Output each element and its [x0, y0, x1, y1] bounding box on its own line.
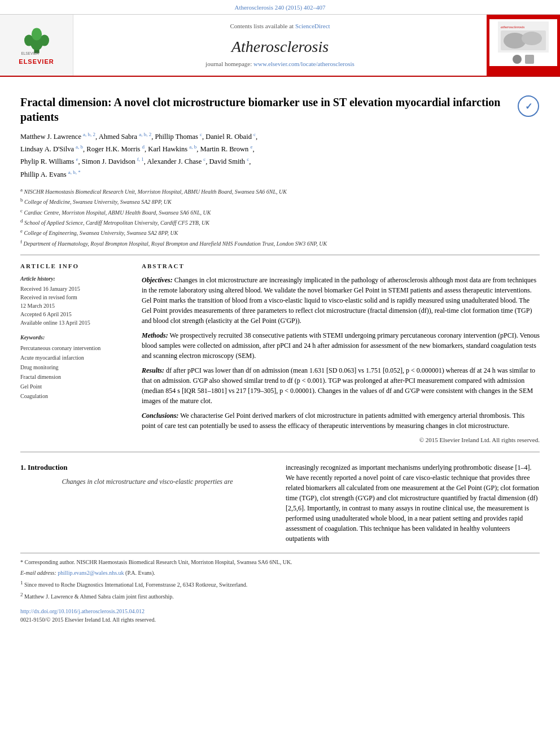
intro-two-col: 1. Introduction Changes in clot microstr…	[20, 462, 540, 544]
issn-line: 0021-9150/© 2015 Elsevier Ireland Ltd. A…	[20, 615, 540, 624]
footnotes: * Corresponding author. NISCHR Haemostas…	[20, 553, 540, 624]
methods-para: Methods: We prospectively recruited 38 c…	[142, 330, 540, 361]
abstract-heading: Abstract	[142, 262, 540, 270]
copyright-text: © 2015 Elsevier Ireland Ltd. All rights …	[142, 435, 540, 445]
article-history: Article history: Received 16 January 201…	[20, 275, 130, 327]
abstract-text: Objectives: Changes in clot microstructu…	[142, 275, 540, 445]
journal-center: Contents lists available at ScienceDirec…	[73, 15, 487, 76]
elsevier-logo: ELSEVIER ELSEVIER	[17, 25, 56, 66]
author-4: Daniel R. Obaid c,	[205, 133, 257, 141]
methods-text: We prospectively recruited 38 consecutiv…	[142, 331, 540, 360]
affiliation-b: b College of Medicine, Swansea Universit…	[20, 196, 540, 206]
received-date: Received 16 January 2015	[20, 285, 130, 293]
article-info-abstract: Article info Article history: Received 1…	[20, 262, 540, 445]
conclusions-text: We characterise Gel Point derived marker…	[142, 412, 524, 430]
athero-logo-image: atherosclerosis	[498, 21, 549, 53]
affiliation-d: d School of Applied Science, Cardiff Met…	[20, 217, 540, 227]
elsevier-text: ELSEVIER	[19, 58, 54, 66]
elsevier-tree-icon: ELSEVIER	[17, 25, 56, 56]
crossmark-icon: ✓	[517, 95, 540, 117]
available-date: Available online 13 April 2015	[20, 318, 130, 327]
sciencedirect-prefix: Contents lists available at	[230, 23, 295, 29]
affiliation-c: c Cardiac Centre, Morriston Hospital, AB…	[20, 207, 540, 217]
homepage-prefix: journal homepage:	[205, 60, 253, 67]
keywords-list: Percutaneous coronary intervention Acute…	[20, 343, 130, 401]
keyword-1: Percutaneous coronary intervention	[20, 343, 130, 353]
journal-homepage: journal homepage: www.elsevier.com/locat…	[205, 60, 355, 68]
keyword-3: Drug monitoring	[20, 362, 130, 372]
author-12: David Smith c,	[209, 158, 251, 165]
footnote-1: * Corresponding author. NISCHR Haemostas…	[20, 558, 540, 566]
article-info-col: Article info Article history: Received 1…	[20, 262, 130, 445]
keyword-5: Gel Point	[20, 382, 130, 391]
intro-subheading: Changes in clot microstructure and visco…	[20, 477, 274, 487]
conclusions-label: Conclusions:	[142, 412, 178, 420]
email-link[interactable]: phillip.evans2@wales.nhs.uk	[58, 570, 124, 576]
author-2: Ahmed Sabra a, b, 2,	[99, 133, 155, 141]
sciencedirect-line: Contents lists available at ScienceDirec…	[230, 22, 330, 30]
accepted-date: Accepted 6 April 2015	[20, 310, 130, 318]
intro-right: increasingly recognized as important mec…	[286, 462, 540, 544]
logo-icon-2	[525, 55, 534, 64]
journal-citation: Atherosclerosis 240 (2015) 402–407	[234, 4, 325, 11]
affiliation-a: a NISCHR Haemostasis Biomedical Research…	[20, 186, 540, 196]
author-10: Simon J. Davidson f, 1,	[82, 158, 147, 165]
keywords-section: Keywords: Percutaneous coronary interven…	[20, 334, 130, 401]
svg-text:ELSEVIER: ELSEVIER	[21, 51, 39, 55]
intro-heading: 1. Introduction	[20, 462, 274, 473]
top-bar: Atherosclerosis 240 (2015) 402–407	[0, 0, 560, 15]
divider-2	[20, 452, 540, 452]
keyword-6: Coagulation	[20, 391, 130, 401]
author-5: Lindsay A. D'Silva a, b,	[20, 145, 86, 153]
article-info-heading: Article info	[20, 262, 130, 270]
revised-date: Received in revised form12 March 2015	[20, 293, 130, 310]
introduction-section: 1. Introduction Changes in clot microstr…	[20, 462, 540, 544]
divider-1	[20, 255, 540, 255]
footnote-3: 2 Matthew J. Lawrence & Ahmed Sabra clai…	[20, 591, 540, 601]
abstract-col: Abstract Objectives: Changes in clot mic…	[142, 262, 540, 445]
conclusions-para: Conclusions: We characterise Gel Point d…	[142, 410, 540, 431]
intro-left: 1. Introduction Changes in clot microstr…	[20, 462, 274, 544]
results-para: Results: df after pPCI was lower than df…	[142, 365, 540, 406]
footnote-2: 1 Since moved to Roche Diagnostics Inter…	[20, 579, 540, 589]
homepage-link[interactable]: www.elsevier.com/locate/atherosclerosis	[253, 60, 355, 67]
objectives-para: Objectives: Changes in clot microstructu…	[142, 275, 540, 326]
keyword-4: Fractal dimension	[20, 372, 130, 382]
keywords-label: Keywords:	[20, 334, 130, 342]
doi-link[interactable]: http://dx.doi.org/10.1016/j.atherosclero…	[20, 607, 540, 615]
svg-text:✓: ✓	[525, 102, 532, 111]
affiliation-f: f Department of Haematology, Royal Bromp…	[20, 238, 540, 248]
author-8: Martin R. Brown e,	[200, 145, 255, 153]
intro-right-text: increasingly recognized as important mec…	[286, 462, 540, 544]
affiliation-e: e College of Engineering, Swansea Univer…	[20, 228, 540, 237]
author-7: Karl Hawkins a, b,	[148, 145, 200, 153]
main-content: Fractal dimension: A novel clot microstr…	[0, 77, 560, 632]
keyword-2: Acute myocardial infarction	[20, 353, 130, 362]
right-logo-inner: atherosclerosis	[489, 19, 557, 66]
objectives-label: Objectives:	[142, 276, 173, 284]
affiliations-block: a NISCHR Haemostasis Biomedical Research…	[20, 186, 540, 248]
sciencedirect-link[interactable]: ScienceDirect	[295, 23, 330, 29]
author-11: Alexander J. Chase c,	[147, 158, 209, 165]
journal-header: ELSEVIER ELSEVIER Contents lists availab…	[0, 15, 560, 77]
author-3: Phillip Thomas c,	[155, 133, 205, 141]
author-6: Roger H.K. Morris d,	[86, 145, 148, 153]
history-label: Article history:	[20, 275, 130, 283]
svg-point-4	[31, 28, 41, 40]
svg-point-10	[522, 32, 542, 45]
article-title-block: Fractal dimension: A novel clot microstr…	[20, 95, 540, 124]
journal-title: Atherosclerosis	[231, 36, 329, 58]
results-text: df after pPCI was lower than df on admis…	[142, 366, 535, 405]
elsevier-logo-area: ELSEVIER ELSEVIER	[0, 15, 73, 76]
methods-label: Methods:	[142, 331, 168, 339]
author-9: Phylip R. Williams e,	[20, 158, 82, 165]
authors-block: Matthew J. Lawrence a, b, 2, Ahmed Sabra…	[20, 130, 540, 181]
objectives-text: Changes in clot microstructure are incre…	[142, 276, 536, 325]
journal-right-logo: atherosclerosis	[487, 15, 560, 76]
results-label: Results:	[142, 366, 164, 374]
footnote-email: E-mail address: phillip.evans2@wales.nhs…	[20, 569, 540, 577]
author-13: Phillip A. Evans a, b, *	[20, 171, 81, 178]
author-1: Matthew J. Lawrence a, b, 2,	[20, 133, 99, 141]
logo-icon-1	[513, 55, 522, 64]
right-logo-icons	[513, 55, 534, 64]
